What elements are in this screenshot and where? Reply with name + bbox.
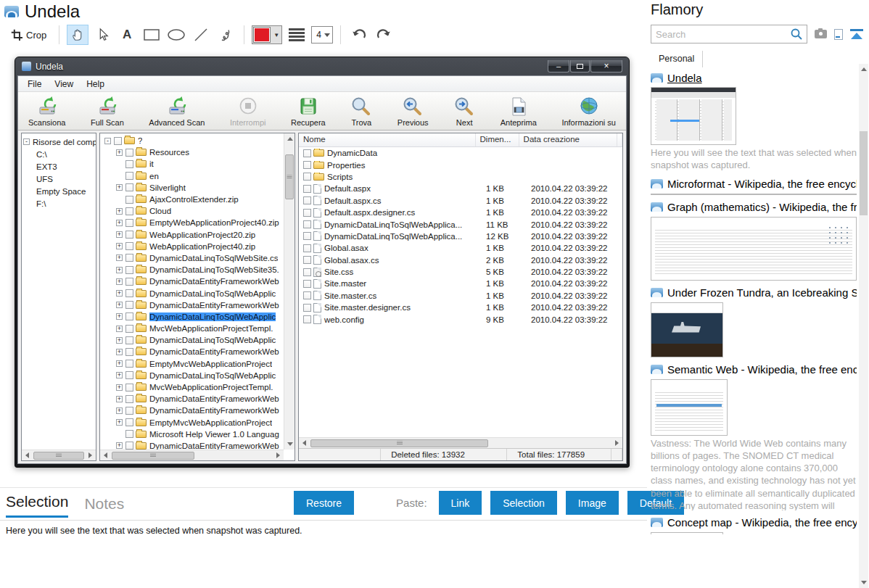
color-swatch[interactable] (254, 28, 270, 42)
scrollbar-thumb[interactable] (310, 439, 488, 447)
window-toolbar-button-scan2[interactable]: Full Scan (88, 94, 127, 128)
pointer-tool-button[interactable] (91, 25, 113, 45)
color-picker[interactable]: ▼ (252, 25, 282, 44)
redo-button[interactable] (373, 25, 395, 45)
checkbox[interactable] (125, 219, 133, 227)
checkbox[interactable] (303, 185, 311, 193)
window-toolbar-button-next[interactable]: Next (450, 94, 478, 128)
expand-icon[interactable]: + (116, 267, 123, 273)
expand-icon[interactable]: + (116, 208, 123, 215)
folder-tree-item[interactable]: -? (102, 135, 284, 146)
folder-tree-item[interactable]: +DynamicDataEntityFrameworkWeb (102, 440, 284, 450)
minimize-button[interactable]: – (548, 60, 569, 73)
checkbox[interactable] (303, 244, 311, 252)
scrollbar-thumb[interactable] (112, 452, 194, 460)
table-row[interactable]: Properties (299, 159, 622, 170)
snapshot-title[interactable]: Microformat - Wikipedia, the free encycl… (667, 178, 857, 190)
table-row[interactable]: DynamicDataLinqToSqlWebApplica...11 KB20… (299, 218, 622, 230)
checkbox[interactable] (125, 430, 133, 438)
table-row[interactable]: Global.asax1 KB2010.04.22 03:39:222010.0… (299, 242, 622, 254)
checkbox[interactable] (303, 173, 311, 181)
restore-button[interactable]: Restore (294, 491, 354, 515)
checkbox[interactable] (125, 172, 133, 180)
checkbox[interactable] (303, 209, 311, 217)
drive-tree-item[interactable]: F:\ (23, 197, 94, 210)
menu-file[interactable]: File (21, 78, 48, 91)
collapse-sidebar-icon[interactable] (850, 29, 863, 39)
window-toolbar-button-scan3[interactable]: Advanced Scan (146, 94, 207, 128)
folder-tree-item[interactable]: +DynamicDataEntityFrameworkWeb (102, 393, 284, 405)
table-row[interactable]: Default.aspx.cs1 KB2010.04.22 03:39:2220… (299, 195, 622, 207)
folder-tree-item[interactable]: +DynamicDataLinqToSqlWebApplic (102, 311, 284, 323)
table-row[interactable]: Default.aspx1 KB2010.04.22 03:39:222010.… (299, 183, 622, 194)
menu-help[interactable]: Help (80, 78, 111, 91)
folder-tree-item[interactable]: +WebApplicationProject40.zip (102, 241, 284, 252)
expand-icon[interactable]: + (116, 326, 123, 332)
expand-icon[interactable]: + (116, 290, 123, 297)
table-row[interactable]: Default.aspx.designer.cs1 KB2010.04.22 0… (299, 207, 622, 218)
scroll-right-icon[interactable] (611, 438, 622, 449)
folder-tree-item[interactable]: +DynamicDataLinqToSqlWebApplic (102, 334, 284, 346)
column-header-size[interactable]: Dimen... (476, 133, 519, 146)
checkbox[interactable] (125, 325, 133, 333)
expand-icon[interactable]: + (116, 360, 123, 367)
checkbox[interactable] (125, 348, 133, 356)
checkbox[interactable] (303, 149, 311, 157)
checkbox[interactable] (125, 183, 133, 191)
checkbox[interactable] (303, 196, 311, 204)
folder-tree-item[interactable]: +MvcWebApplicationProjectTempl. (102, 323, 284, 334)
text-tool-button[interactable]: A (116, 25, 138, 45)
checkbox[interactable] (125, 254, 133, 262)
scrollbar-thumb[interactable] (860, 131, 868, 215)
folder-tree-item[interactable]: +DynamicDataEntityFrameworkWeb (102, 405, 284, 416)
window-toolbar-button-find[interactable]: Trova (347, 94, 375, 128)
checkbox[interactable] (125, 442, 133, 450)
scroll-left-icon[interactable] (299, 438, 310, 449)
table-row[interactable]: web.config9 KB2010.04.22 03:39:222010.04… (299, 313, 622, 325)
table-row[interactable]: DynamicData (299, 147, 622, 159)
checkbox[interactable] (303, 280, 311, 288)
tab-notes[interactable]: Notes (84, 495, 124, 518)
snapshot-item[interactable]: Concept map - Wikipedia, the free encycl… (651, 515, 857, 534)
scroll-right-icon[interactable] (85, 450, 96, 461)
checkbox[interactable] (125, 278, 133, 286)
expand-icon[interactable]: + (116, 278, 123, 285)
folder-tree-item[interactable]: +Cloud (102, 205, 284, 217)
menu-view[interactable]: View (48, 78, 80, 91)
window-titlebar[interactable]: Undela – × (17, 57, 627, 75)
folder-tree-item[interactable]: +DynamicDataLinqToSqlWebSite35. (102, 264, 284, 276)
folder-tree-item[interactable]: +DynamicDataEntityFrameworkWeb (102, 346, 284, 357)
checkbox[interactable] (114, 137, 122, 145)
window-toolbar-button-floppy[interactable]: Recupera (288, 94, 329, 128)
folder-tree-item[interactable]: +it (102, 158, 284, 170)
expand-icon[interactable]: + (116, 372, 123, 378)
vertical-scrollbar[interactable] (284, 133, 295, 450)
snapshot-item[interactable]: Semantic Web - Wikipedia, the free encyc… (651, 363, 857, 510)
snapshot-title[interactable]: Under Frozen Tundra, an Icebreaking Ship… (667, 286, 857, 299)
checkbox[interactable] (125, 371, 133, 379)
close-button[interactable]: × (590, 60, 622, 73)
checkbox[interactable] (303, 291, 311, 299)
checkbox[interactable] (303, 232, 311, 240)
checkbox[interactable] (125, 160, 133, 168)
drive-tree-item[interactable]: Empty Space (23, 185, 94, 197)
drive-tree-root[interactable]: -Risorse del compu (23, 136, 94, 148)
folder-tree-item[interactable]: +Microsoft Help Viewer 1.0 Languag (102, 428, 284, 440)
checkbox[interactable] (125, 395, 133, 403)
undo-button[interactable] (348, 25, 370, 45)
rectangle-tool-button[interactable] (141, 25, 162, 45)
snapshot-thumbnail[interactable] (651, 87, 736, 145)
expand-icon[interactable]: + (116, 302, 123, 308)
horizontal-scrollbar[interactable] (299, 437, 622, 448)
pen-width-select[interactable]: 4 (311, 26, 333, 44)
window-toolbar-button-scan1[interactable]: Scansiona (25, 94, 68, 128)
folder-tree-item[interactable]: +AjaxControlExtender.zip (102, 194, 284, 205)
expand-icon[interactable]: + (116, 254, 123, 261)
expand-icon[interactable]: + (116, 313, 123, 320)
checkbox[interactable] (125, 301, 133, 309)
scroll-up-icon[interactable] (859, 64, 868, 75)
folder-tree-item[interactable]: +MvcWebApplicationProjectTempl. (102, 381, 284, 393)
tab-personal[interactable]: Personal (651, 51, 703, 67)
snapshot-item[interactable]: Microformat - Wikipedia, the free encycl… (651, 177, 857, 195)
snapshot-thumbnail[interactable] (651, 194, 857, 195)
